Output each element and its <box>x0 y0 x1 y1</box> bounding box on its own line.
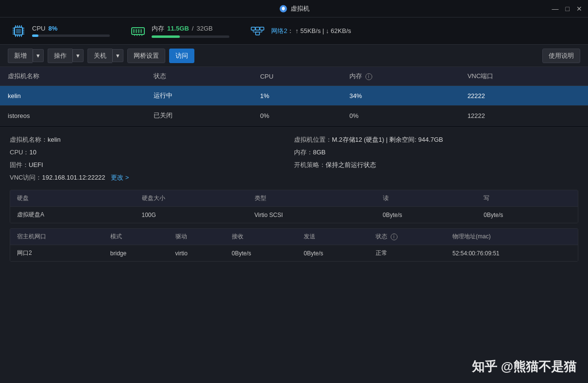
disk-write: 0Byte/s <box>477 207 578 223</box>
disk-row: 虚拟硬盘A 100G Virtio SCSI 0Byte/s 0Byte/s <box>10 207 578 223</box>
network-table-wrap: 宿主机网口 模式 驱动 接收 发送 状态 i 物理地址(mac) 网 <box>10 228 578 262</box>
memory-label: 内存 <box>152 24 164 33</box>
net-mode: bridge <box>104 245 169 262</box>
network-icon <box>249 22 266 40</box>
col-vnc: VNC端口 <box>460 67 588 86</box>
disk-table-wrap: 硬盘 硬盘大小 类型 读 写 虚拟硬盘A 100G Virtio SCSI 0B… <box>10 190 578 223</box>
memory-status: 内存 11.5GB / 32GB <box>129 22 229 40</box>
vnc-edit-link[interactable]: 更改 > <box>111 174 129 181</box>
title-bar: 虚拟机 — □ ✕ <box>0 0 588 17</box>
operate-btn-group: 操作 ▾ <box>48 49 84 63</box>
detail-memory: 内存：8GB <box>294 147 578 158</box>
disk-col-write: 写 <box>477 190 578 207</box>
shutdown-btn-group: 关机 ▾ <box>87 49 123 63</box>
maximize-button[interactable]: □ <box>566 5 570 13</box>
disk-col-read: 读 <box>376 190 477 207</box>
col-name: 虚拟机名称 <box>0 67 146 86</box>
net-col-status: 状态 i <box>369 229 446 245</box>
app-title-text: 虚拟机 <box>291 4 310 13</box>
network-up: ↑ 55KB/s <box>295 27 321 34</box>
detail-cpu: CPU：10 <box>10 147 294 158</box>
svg-rect-30 <box>260 27 264 30</box>
vm-name: kelin <box>0 86 146 106</box>
cpu-label: CPU <box>32 25 45 32</box>
col-memory: 内存 i <box>342 67 460 86</box>
col-status: 状态 <box>146 67 252 86</box>
detail-vnc: VNC访问：192.168.101.12:22222 更改 > <box>10 172 294 183</box>
operate-button[interactable]: 操作 <box>48 49 72 63</box>
add-btn-group: 新增 ▾ <box>8 49 44 63</box>
detail-right: 虚拟机位置：M.2存储12 (硬盘1) | 剩余空间: 944.7GB 内存：8… <box>294 134 578 183</box>
memory-col-info-icon: i <box>365 73 372 80</box>
status-bar: CPU 8% 内存 11.5 <box>0 17 588 45</box>
minimize-button[interactable]: — <box>552 5 559 13</box>
vm-cpu: 1% <box>252 86 342 106</box>
svg-rect-31 <box>256 32 259 35</box>
memory-total: 32GB <box>196 25 212 32</box>
app-icon <box>279 4 288 13</box>
svg-rect-2 <box>16 29 21 33</box>
net-col-driver: 驱动 <box>169 229 225 245</box>
net-col-iface: 宿主机网口 <box>10 229 104 245</box>
svg-rect-22 <box>138 29 139 33</box>
detail-tables: 硬盘 硬盘大小 类型 读 写 虚拟硬盘A 100G Virtio SCSI 0B… <box>10 190 578 262</box>
network-down: ↓ 62KB/s <box>326 27 351 34</box>
detail-location: 虚拟机位置：M.2存储12 (硬盘1) | 剩余空间: 944.7GB <box>294 134 578 145</box>
net-col-mode: 模式 <box>104 229 169 245</box>
network-status: 网络2： ↑ 55KB/s | ↓ 62KB/s <box>249 22 351 40</box>
add-dropdown-button[interactable]: ▾ <box>33 49 44 62</box>
window-controls: — □ ✕ <box>552 5 582 13</box>
vm-vnc: 12222 <box>460 106 588 126</box>
detail-info: 虚拟机名称：kelin CPU：10 固件：UEFI VNC访问：192.168… <box>10 134 578 183</box>
shutdown-dropdown-button[interactable]: ▾ <box>112 49 123 62</box>
detail-strategy: 开机策略：保持之前运行状态 <box>294 160 578 170</box>
col-cpu: CPU <box>252 67 342 86</box>
operate-dropdown-button[interactable]: ▾ <box>72 49 84 62</box>
bridge-settings-button[interactable]: 网桥设置 <box>127 49 165 63</box>
svg-rect-20 <box>133 29 135 33</box>
vm-vnc: 22222 <box>460 86 588 106</box>
net-status-info-icon: i <box>391 233 398 240</box>
net-iface: 网口2 <box>10 245 104 262</box>
detail-panel: 虚拟机名称：kelin CPU：10 固件：UEFI VNC访问：192.168… <box>0 126 588 262</box>
vm-row-kelin[interactable]: kelin 运行中 1% 34% 22222 <box>0 86 588 106</box>
disk-table: 硬盘 硬盘大小 类型 读 写 虚拟硬盘A 100G Virtio SCSI 0B… <box>10 190 578 223</box>
memory-progress-bar <box>152 35 229 38</box>
network-label: 网络2 <box>271 27 287 34</box>
disk-type: Virtio SCSI <box>248 207 376 223</box>
cpu-progress-fill <box>32 34 38 37</box>
cpu-status: CPU 8% <box>10 22 110 40</box>
svg-rect-29 <box>256 27 259 30</box>
disk-read: 0Byte/s <box>376 207 477 223</box>
vm-memory: 0% <box>342 106 460 126</box>
net-mac: 52:54:00:76:09:51 <box>446 245 578 262</box>
cpu-info: CPU 8% <box>32 25 110 37</box>
help-button[interactable]: 使用说明 <box>542 49 580 63</box>
vm-cpu: 0% <box>252 106 342 126</box>
vm-table-area: 虚拟机名称 状态 CPU 内存 i VNC端口 kelin 运行中 1% 34%… <box>0 67 588 126</box>
network-info: 网络2： ↑ 55KB/s | ↓ 62KB/s <box>271 27 351 35</box>
add-button[interactable]: 新增 <box>8 49 33 63</box>
access-button[interactable]: 访问 <box>169 49 194 63</box>
net-col-mac: 物理地址(mac) <box>446 229 578 245</box>
vm-status: 运行中 <box>146 86 252 106</box>
disk-col-type: 类型 <box>248 190 376 207</box>
net-col-rx: 接收 <box>225 229 297 245</box>
vm-row-istoreos[interactable]: istoreos 已关闭 0% 0% 12222 <box>0 106 588 126</box>
svg-rect-21 <box>136 29 137 33</box>
cpu-icon <box>10 22 27 40</box>
net-driver: virtio <box>169 245 225 262</box>
disk-name: 虚拟硬盘A <box>10 207 135 223</box>
detail-vm-name: 虚拟机名称：kelin <box>10 134 294 145</box>
net-rx: 0Byte/s <box>225 245 297 262</box>
detail-firmware: 固件：UEFI <box>10 160 294 170</box>
vm-memory: 34% <box>342 86 460 106</box>
shutdown-button[interactable]: 关机 <box>87 49 112 63</box>
disk-col-size: 硬盘大小 <box>135 190 248 207</box>
memory-info: 内存 11.5GB / 32GB <box>152 24 229 38</box>
svg-rect-28 <box>251 27 255 30</box>
network-row: 网口2 bridge virtio 0Byte/s 0Byte/s 正常 52:… <box>10 245 578 262</box>
net-tx: 0Byte/s <box>297 245 369 262</box>
vm-name: istoreos <box>0 106 146 126</box>
close-button[interactable]: ✕ <box>576 5 582 13</box>
